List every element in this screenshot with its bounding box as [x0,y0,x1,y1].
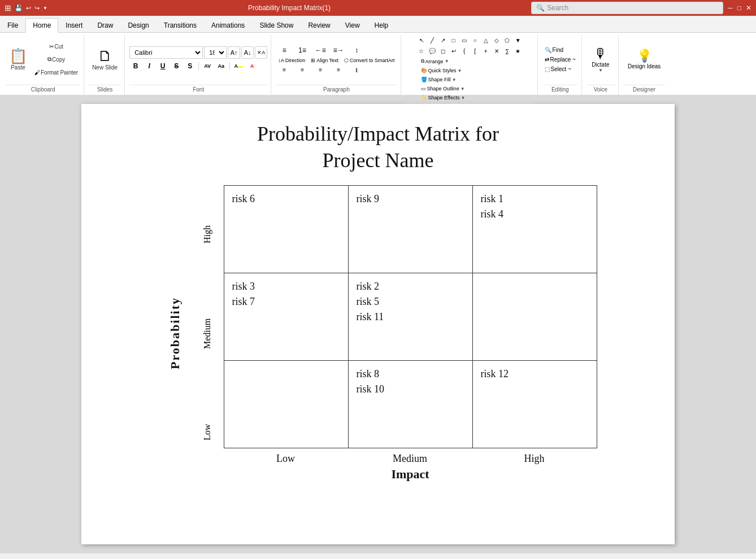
dictate-button[interactable]: 🎙 Dictate ▼ [586,38,615,81]
numbering-button[interactable]: 1≡ [294,45,311,55]
shape-line[interactable]: ╱ [427,35,437,45]
increase-font-button[interactable]: A↑ [228,46,240,59]
shape-star[interactable]: ☆ [416,46,427,56]
quick-access-undo[interactable]: ↩ [26,5,31,12]
shape-equation[interactable]: ∑ [502,46,512,56]
shape-brace[interactable]: { [459,46,470,56]
text-shadow-button[interactable]: S [184,60,196,72]
shape-bracket[interactable]: [ [470,46,480,56]
shape-outline-button[interactable]: ▭ Shape Outline▼ [419,85,523,93]
y-axis-label: Probability [159,185,193,482]
font-name-selector[interactable]: Calibri [129,46,203,59]
align-left-button[interactable]: ≡ [276,65,293,74]
decrease-indent-button[interactable]: ←≡ [312,45,329,55]
clear-formatting-button[interactable]: ✕A [255,46,267,59]
quick-access-dropdown[interactable]: ▼ [43,6,47,11]
new-slide-button[interactable]: 🗋 New Slide [89,37,121,82]
cell-low-high[interactable]: risk 12 [472,360,597,448]
align-text-button[interactable]: ⊞ Align Text [309,56,341,64]
design-ideas-button[interactable]: 💡 Design Ideas [623,38,665,81]
maximize-button[interactable]: □ [737,4,741,12]
arrange-button[interactable]: ⧉ Arrange▼ [419,57,523,65]
close-button[interactable]: ✕ [746,4,751,12]
tab-slideshow[interactable]: Slide Show [252,18,301,32]
select-button[interactable]: ⬚ Select ~ [542,65,578,73]
justify-button[interactable]: ≡ [330,65,347,74]
shape-fill-button[interactable]: 🪣 Shape Fill▼ [419,76,523,84]
align-center-button[interactable]: ≡ [294,65,311,74]
tab-review[interactable]: Review [301,18,337,32]
bullets-button[interactable]: ≡ [276,45,293,55]
shape-rectangle[interactable]: □ [449,35,459,45]
shape-pentagon[interactable]: ⬠ [502,35,512,45]
bold-button[interactable]: B [129,60,142,72]
underline-button[interactable]: U [157,60,169,72]
tab-draw[interactable]: Draw [90,18,120,32]
copy-button[interactable]: ⧉ Copy [32,53,80,65]
shape-rounded-rect[interactable]: ▭ [459,35,470,45]
replace-button[interactable]: ⇄ Replace ~ [542,55,578,64]
quick-access-redo[interactable]: ↪ [34,5,40,12]
line-spacing-button[interactable]: ↕ [348,45,365,55]
shape-misc[interactable]: ★ [513,46,523,56]
text-direction-icon: ↕A [278,58,284,63]
cell-high-medium[interactable]: risk 9 [348,185,472,273]
paragraph-label: Paragraph [276,85,397,95]
title-bar-right: 🔍 Search ─ □ ✕ [531,2,751,14]
paste-button[interactable]: 📋 Paste [6,37,31,82]
shape-cursor[interactable]: ↖ [416,35,427,45]
decrease-font-button[interactable]: A↓ [241,46,254,59]
app-icon: ⊞ [5,3,11,12]
cell-medium-medium[interactable]: risk 2risk 5risk 11 [348,273,472,360]
format-painter-button[interactable]: 🖌 Format Painter [32,66,80,78]
find-button[interactable]: 🔍 Find [542,46,578,54]
strikethrough-button[interactable]: S [170,60,183,72]
italic-button[interactable]: I [143,60,155,72]
cell-medium-high[interactable] [472,273,597,360]
cell-high-low[interactable]: risk 6 [224,185,348,273]
shape-cross[interactable]: ✕ [492,46,502,56]
quick-access-save[interactable]: 💾 [15,5,23,12]
change-case-button[interactable]: Aa [215,60,227,72]
shape-effects-button[interactable]: ✨ Shape Effects▼ [419,94,523,102]
quick-styles-button[interactable]: 🎨 Quick Styles▼ [419,67,523,75]
replace-icon: ⇄ [545,56,549,63]
increase-indent-button[interactable]: ≡→ [330,45,347,55]
minimize-button[interactable]: ─ [728,4,733,12]
cell-medium-low[interactable]: risk 3risk 7 [224,273,348,360]
cut-button[interactable]: ✂ Cut [32,40,80,53]
search-bar[interactable]: 🔍 Search [531,2,723,14]
cell-low-low[interactable] [224,360,348,448]
shape-oval[interactable]: ○ [470,35,480,45]
columns-button[interactable]: ⫿ [348,65,365,74]
align-right-button[interactable]: ≡ [312,65,329,74]
slide-canvas[interactable]: Probability/Impact Matrix forProject Nam… [81,104,675,544]
char-spacing-button[interactable]: AV [201,60,214,72]
align-text-icon: ⊞ [311,58,315,63]
slide-title[interactable]: Probability/Impact Matrix forProject Nam… [257,121,499,174]
shapes-more-btn[interactable]: ▼ [513,35,523,45]
text-direction-button[interactable]: ↕A Direction [276,56,307,64]
cell-high-high[interactable]: risk 1risk 4 [472,185,597,273]
font-size-selector[interactable]: 18 [204,46,227,59]
convert-smartart-button[interactable]: ⬡ Convert to SmartArt [342,56,397,64]
tab-file[interactable]: File [0,18,25,32]
shape-plus[interactable]: + [481,46,491,56]
shape-diamond[interactable]: ◇ [492,35,502,45]
tab-insert[interactable]: Insert [58,18,90,32]
matrix-container: Probability High Medium Low risk 6 risk … [159,185,597,482]
cell-low-medium[interactable]: risk 8risk 10 [348,360,472,448]
font-color-button[interactable]: A [246,60,258,72]
highlight-color-button[interactable]: A▬ [232,60,245,72]
tab-help[interactable]: Help [367,18,396,32]
tab-view[interactable]: View [338,18,367,32]
shape-flowchart[interactable]: ◻ [438,46,448,56]
tab-home[interactable]: Home [25,18,58,33]
shape-triangle[interactable]: △ [481,35,491,45]
shape-action[interactable]: ↩ [449,46,459,56]
shape-arrow[interactable]: ↗ [438,35,448,45]
shape-callout[interactable]: 💬 [427,46,437,56]
tab-animations[interactable]: Animations [204,18,252,32]
tab-design[interactable]: Design [120,18,156,32]
tab-transitions[interactable]: Transitions [157,18,204,32]
